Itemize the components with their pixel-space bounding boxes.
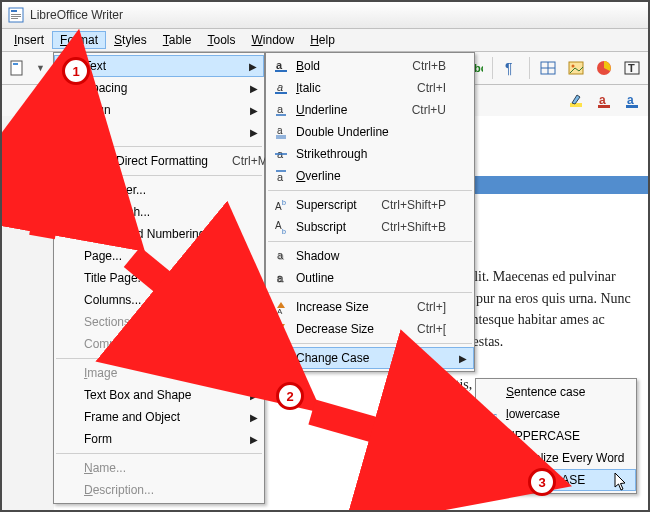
italic-icon: a <box>272 79 290 97</box>
menu-item-label: Subscript <box>296 220 346 234</box>
svg-rect-2 <box>11 14 21 15</box>
insert-table-icon[interactable] <box>538 58 558 78</box>
menu-item-label: Italic <box>296 81 321 95</box>
format-menu-item-text-box-and-shape[interactable]: Text Box and Shape▶ <box>54 384 264 406</box>
change-case-submenu: Sentence caseabclowercaseABCUPPERCASECap… <box>475 378 637 494</box>
format-menu-item-page[interactable]: Page... <box>54 245 264 267</box>
menu-item-label: Sections... <box>84 315 140 329</box>
menu-item-label: Frame and Object <box>84 410 180 424</box>
blank-icon <box>60 101 78 119</box>
char-bg-icon[interactable]: a <box>622 91 642 111</box>
title-bar: LibreOffice Writer <box>2 2 648 29</box>
dec-icon: A <box>272 320 290 338</box>
text-menu-item-bold[interactable]: aBoldCtrl+B <box>266 55 474 77</box>
paragraph-marks-icon[interactable]: ¶ <box>501 58 521 78</box>
format-menu-item-bullets-and-numbering[interactable]: Bullets and Numbering... <box>54 223 264 245</box>
strike-icon: a <box>272 145 290 163</box>
lc-icon: abc <box>482 405 500 423</box>
sup-icon: Ab <box>272 196 290 214</box>
text-menu-item-underline[interactable]: aUnderlineCtrl+U <box>266 99 474 121</box>
format-menu-item-lists[interactable]: Lists▶ <box>54 121 264 143</box>
text-menu-item-superscript[interactable]: AbSuperscriptCtrl+Shift+P <box>266 194 474 216</box>
new-doc-icon[interactable] <box>8 58 28 78</box>
case-menu-item-uppercase[interactable]: ABCUPPERCASE <box>476 425 636 447</box>
insert-image-icon[interactable] <box>566 58 586 78</box>
blank-icon <box>60 269 78 287</box>
menu-item-label: Double Underline <box>296 125 389 139</box>
menu-item-label: Decrease Size <box>296 322 374 336</box>
submenu-arrow-icon: ▶ <box>250 368 258 379</box>
text-menu-item-italic[interactable]: aItalicCtrl+I <box>266 77 474 99</box>
svg-text:T: T <box>628 62 635 74</box>
case-menu-item-capitalize-every-word[interactable]: Capitalize Every Word <box>476 447 636 469</box>
blank-icon <box>273 349 291 367</box>
format-menu-item-character[interactable]: Character... <box>54 179 264 201</box>
insert-textbox-icon[interactable]: T <box>622 58 642 78</box>
sidebar-strip <box>2 116 55 510</box>
submenu-arrow-icon: ▶ <box>250 434 258 445</box>
format-menu-item-title-page[interactable]: Title Page... <box>54 267 264 289</box>
svg-text:a: a <box>277 125 283 136</box>
text-menu-item-subscript[interactable]: AbSubscriptCtrl+Shift+B <box>266 216 474 238</box>
text-menu-item-outline[interactable]: aOutline <box>266 267 474 289</box>
svg-text:A: A <box>277 307 283 315</box>
format-menu-item-columns[interactable]: Columns... <box>54 289 264 311</box>
svg-text:b: b <box>282 228 286 235</box>
text-menu-item-increase-size[interactable]: AIncrease SizeCtrl+] <box>266 296 474 318</box>
menu-format[interactable]: Format <box>52 31 106 49</box>
dropdown-icon[interactable]: ▼ <box>36 63 45 73</box>
menu-item-label: Spacing <box>84 81 127 95</box>
menu-styles[interactable]: Styles <box>106 31 155 49</box>
menu-insert[interactable]: Insert <box>6 31 52 49</box>
case-menu-item-sentence-case[interactable]: Sentence case <box>476 381 636 403</box>
menu-item-label: Comments... <box>84 337 152 351</box>
format-menu-item-frame-and-object[interactable]: Frame and Object▶ <box>54 406 264 428</box>
menu-table[interactable]: Table <box>155 31 200 49</box>
svg-text:a: a <box>277 103 284 115</box>
menu-shortcut: Ctrl+Shift+B <box>357 220 446 234</box>
case-menu-item-toggle-case[interactable]: tOGGLE cASE <box>476 469 636 491</box>
submenu-arrow-icon: ▶ <box>250 390 258 401</box>
blank-icon <box>60 430 78 448</box>
format-menu-item-align[interactable]: Align▶ <box>54 99 264 121</box>
blank-icon <box>60 408 78 426</box>
menu-item-label: Align <box>84 103 111 117</box>
menu-window[interactable]: Window <box>243 31 302 49</box>
format-menu-item-sections: Sections... <box>54 311 264 333</box>
format-menu-item-clear-direct-formatting[interactable]: Clear Direct FormattingCtrl+M <box>54 150 264 172</box>
shadow-icon: aa <box>272 247 290 265</box>
bold-icon: a <box>272 57 290 75</box>
case-menu-item-lowercase[interactable]: abclowercase <box>476 403 636 425</box>
highlight-icon[interactable] <box>566 91 586 111</box>
text-menu-item-change-case[interactable]: Change Case▶ <box>266 347 474 369</box>
blank-icon <box>60 335 78 353</box>
menu-item-label: lowercase <box>506 407 560 421</box>
annotation-badge-1: 1 <box>62 57 90 85</box>
svg-rect-21 <box>626 105 638 108</box>
text-menu-item-strikethrough[interactable]: aStrikethrough <box>266 143 474 165</box>
svg-point-13 <box>572 65 575 68</box>
menu-item-label: Paragraph... <box>84 205 150 219</box>
menu-tools[interactable]: Tools <box>199 31 243 49</box>
format-menu-item-comments: Comments... <box>54 333 264 355</box>
submenu-arrow-icon: ▶ <box>250 412 258 423</box>
svg-text:b: b <box>282 199 286 206</box>
menu-item-label: Underline <box>296 103 347 117</box>
format-menu: Text▶Spacing▶Align▶Lists▶Clear Direct Fo… <box>53 52 265 504</box>
text-menu-item-shadow[interactable]: aaShadow <box>266 245 474 267</box>
text-menu-item-decrease-size[interactable]: ADecrease SizeCtrl+[ <box>266 318 474 340</box>
menu-help[interactable]: Help <box>302 31 343 49</box>
sidebar-properties-icon[interactable] <box>2 116 54 144</box>
format-menu-item-paragraph[interactable]: Paragraph... <box>54 201 264 223</box>
blank-icon <box>60 181 78 199</box>
menu-item-label: Outline <box>296 271 334 285</box>
font-color-icon[interactable]: a <box>594 91 614 111</box>
blank-icon <box>60 152 78 170</box>
menu-shortcut: Ctrl+[ <box>393 322 446 336</box>
svg-text:A: A <box>277 329 283 337</box>
insert-chart-icon[interactable] <box>594 58 614 78</box>
format-menu-item-form[interactable]: Form▶ <box>54 428 264 450</box>
overline-icon: a <box>272 167 290 185</box>
text-menu-item-double-underline[interactable]: aDouble Underline <box>266 121 474 143</box>
text-menu-item-overline[interactable]: aOverline <box>266 165 474 187</box>
